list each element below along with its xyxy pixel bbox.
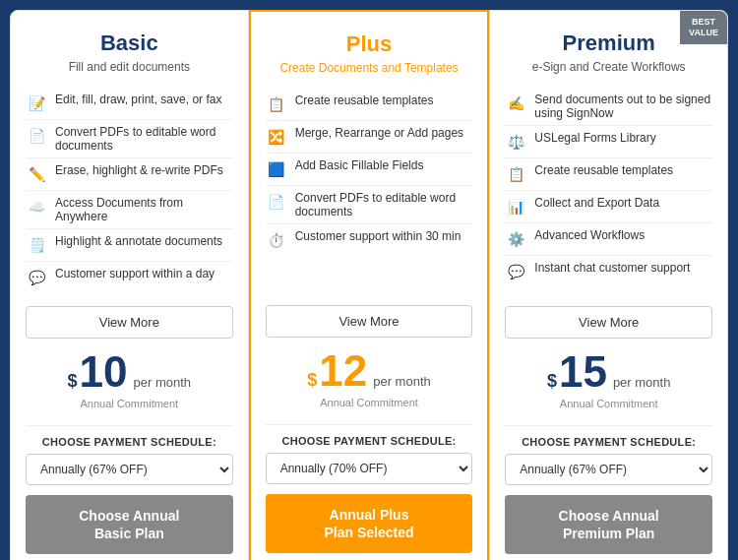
feature-icon: 📄	[266, 191, 287, 213]
plan-card-premium: BESTVALUEPremiume-Sign and Create Workfl…	[489, 10, 728, 560]
payment-schedule-label-premium: CHOOSE PAYMENT SCHEDULE:	[505, 436, 712, 448]
price-amount-basic: 10	[80, 350, 128, 394]
feature-list-basic: 📝 Edit, fill, draw, print, save, or fax …	[26, 88, 233, 294]
feature-icon: 💬	[505, 261, 526, 282]
feature-text: Access Documents from Anywhere	[55, 196, 233, 223]
view-more-button-plus[interactable]: View More	[266, 305, 473, 338]
choose-plan-button-premium[interactable]: Choose AnnualPremium Plan	[505, 495, 712, 554]
payment-select-plus[interactable]: Annually (70% OFF)Monthly	[266, 453, 473, 484]
feature-icon: ⚖️	[505, 131, 526, 153]
feature-text: Edit, fill, draw, print, save, or fax	[55, 93, 221, 106]
view-more-button-basic[interactable]: View More	[26, 306, 233, 339]
plan-subtitle-premium: e-Sign and Create Workflows	[505, 60, 712, 74]
price-period-plus: per month	[373, 374, 431, 389]
annual-commitment-plus: Annual Commitment	[266, 397, 473, 408]
feature-text: Send documents out to be signed using Si…	[534, 93, 712, 120]
feature-icon: 💬	[26, 267, 47, 288]
feature-list-plus: 📋 Create reusable templates 🔀 Merge, Rea…	[266, 89, 473, 293]
feature-text: Erase, highlight & re-write PDFs	[55, 163, 223, 177]
feature-item: 📋 Create reusable templates	[266, 89, 473, 121]
feature-icon: 🟦	[266, 158, 287, 180]
feature-text: Highlight & annotate documents	[55, 234, 222, 248]
feature-item: ✏️ Erase, highlight & re-write PDFs	[26, 158, 233, 191]
feature-text: Customer support within a day	[55, 267, 215, 280]
feature-item: ☁️ Access Documents from Anywhere	[26, 191, 233, 229]
feature-item: 🔀 Merge, Rearrange or Add pages	[266, 121, 473, 154]
price-dollar-plus: $	[307, 370, 317, 391]
feature-item: 📝 Edit, fill, draw, print, save, or fax	[26, 88, 233, 120]
plan-card-plus: PlusCreate Documents and Templates 📋 Cre…	[249, 10, 490, 560]
plan-subtitle-basic: Fill and edit documents	[26, 60, 233, 74]
view-more-button-premium[interactable]: View More	[505, 306, 712, 339]
feature-icon: 📄	[26, 125, 47, 147]
feature-icon: ⚙️	[505, 228, 526, 250]
feature-text: Create reusable templates	[534, 163, 673, 177]
feature-item: 💬 Customer support within a day	[26, 262, 233, 293]
payment-schedule-label-plus: CHOOSE PAYMENT SCHEDULE:	[266, 435, 473, 447]
divider-plus	[266, 424, 473, 425]
feature-text: Convert PDFs to editable word documents	[295, 191, 473, 218]
plan-card-basic: BasicFill and edit documents 📝 Edit, fil…	[10, 10, 249, 560]
price-period-basic: per month	[134, 375, 192, 390]
feature-text: USLegal Forms Library	[534, 131, 655, 145]
price-amount-plus: 12	[319, 349, 367, 393]
feature-icon: ⏱️	[266, 229, 287, 251]
price-dollar-premium: $	[547, 371, 557, 392]
feature-icon: 📋	[505, 163, 526, 185]
price-section-basic: $ 10 per month	[26, 350, 233, 394]
feature-text: Add Basic Fillable Fields	[295, 158, 424, 172]
payment-select-basic[interactable]: Annually (67% OFF)Monthly	[26, 454, 233, 485]
payment-schedule-label-basic: CHOOSE PAYMENT SCHEDULE:	[26, 436, 233, 448]
feature-icon: 📝	[26, 93, 47, 114]
feature-item: ⚖️ USLegal Forms Library	[505, 126, 712, 158]
feature-item: 🟦 Add Basic Fillable Fields	[266, 154, 473, 186]
feature-item: 💬 Instant chat customer support	[505, 256, 712, 287]
feature-item: ✍️ Send documents out to be signed using…	[505, 88, 712, 126]
price-period-premium: per month	[613, 375, 671, 390]
feature-item: 📄 Convert PDFs to editable word document…	[26, 120, 233, 158]
feature-item: ⚙️ Advanced Workflows	[505, 223, 712, 256]
feature-icon: 🗒️	[26, 234, 47, 256]
plans-container: BasicFill and edit documents 📝 Edit, fil…	[10, 10, 728, 560]
best-value-badge: BESTVALUE	[680, 11, 727, 44]
plan-title-plus: Plus	[266, 31, 473, 57]
feature-text: Merge, Rearrange or Add pages	[295, 126, 463, 140]
divider-basic	[26, 425, 233, 426]
price-amount-premium: 15	[559, 350, 607, 394]
price-section-plus: $ 12 per month	[266, 349, 473, 393]
feature-item: 📄 Convert PDFs to editable word document…	[266, 186, 473, 224]
feature-text: Convert PDFs to editable word documents	[55, 125, 233, 153]
feature-icon: 📋	[266, 93, 287, 115]
divider-premium	[505, 425, 712, 426]
feature-text: Instant chat customer support	[534, 261, 690, 275]
plan-subtitle-plus: Create Documents and Templates	[266, 61, 473, 75]
plan-title-basic: Basic	[26, 31, 233, 56]
payment-select-premium[interactable]: Annually (67% OFF)Monthly	[505, 454, 712, 485]
feature-list-premium: ✍️ Send documents out to be signed using…	[505, 88, 712, 294]
feature-icon: ☁️	[26, 196, 47, 218]
feature-item: 📊 Collect and Export Data	[505, 191, 712, 223]
feature-item: ⏱️ Customer support within 30 min	[266, 224, 473, 256]
feature-item: 🗒️ Highlight & annotate documents	[26, 229, 233, 262]
feature-text: Customer support within 30 min	[295, 229, 461, 243]
feature-icon: ✍️	[505, 93, 526, 114]
choose-plan-button-basic[interactable]: Choose AnnualBasic Plan	[26, 495, 233, 554]
price-section-premium: $ 15 per month	[505, 350, 712, 394]
feature-icon: ✏️	[26, 163, 47, 185]
feature-text: Create reusable templates	[295, 93, 434, 107]
feature-text: Collect and Export Data	[534, 196, 659, 210]
price-dollar-basic: $	[68, 371, 78, 392]
annual-commitment-premium: Annual Commitment	[505, 398, 712, 409]
annual-commitment-basic: Annual Commitment	[26, 398, 233, 409]
feature-text: Advanced Workflows	[534, 228, 645, 242]
feature-icon: 📊	[505, 196, 526, 218]
feature-item: 📋 Create reusable templates	[505, 158, 712, 191]
feature-icon: 🔀	[266, 126, 287, 148]
choose-plan-button-plus[interactable]: Annual PlusPlan Selected	[266, 494, 473, 553]
